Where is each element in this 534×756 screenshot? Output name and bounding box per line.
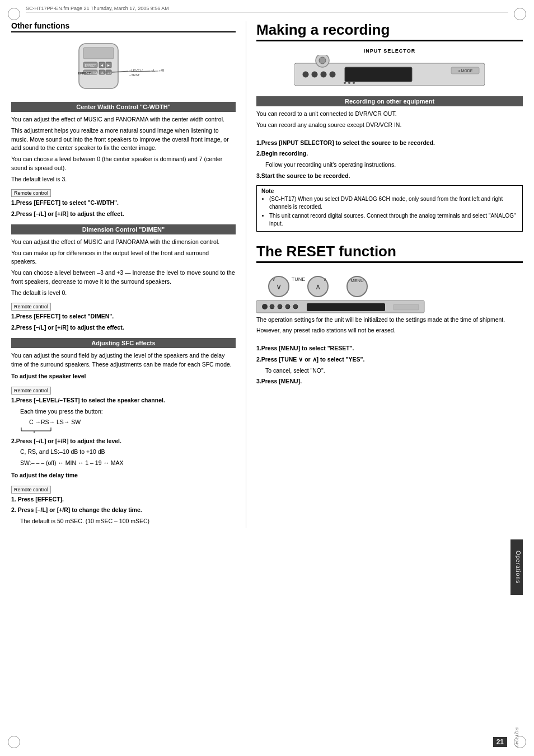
- sfc-sub1-step1: 1.Press [–LEVEL/–TEST] to select the spe…: [11, 396, 236, 405]
- reset-step2-detail: To cancel, select "NO".: [265, 367, 523, 375]
- svg-text:EFFECT: EFFECT: [85, 64, 95, 67]
- note-item-2: This unit cannot record digital sources.…: [269, 212, 518, 228]
- sfc-sub1-step5: SW:– – – (off) ↔ MIN ↔ 1 – 19 ↔ MAX: [20, 459, 236, 468]
- svg-text:∧: ∧: [315, 282, 321, 291]
- dimen-step2: 2.Press [–/L] or [+/R] to adjust the eff…: [11, 323, 236, 332]
- svg-text:–TEST: –TEST: [129, 73, 140, 77]
- dimen-p2: You can make up for differences in the o…: [11, 249, 236, 267]
- tune-menu-svg: ∨ TUNE ∧ ∨ ∧ MENU: [256, 270, 441, 314]
- svg-point-50: [270, 304, 274, 309]
- svg-text:MENU: MENU: [350, 278, 364, 283]
- sfc-sub2-step3: The default is 50 mSEC. (10 mSEC – 100 m…: [20, 517, 236, 526]
- dimen-step1: 1.Press [EFFECT] to select "DIMEN".: [11, 312, 236, 321]
- chain-label: C →RS→ LS→ SW: [29, 419, 81, 425]
- note-list: (SC-HT17) When you select DVD ANALOG 6CH…: [269, 195, 518, 228]
- dimen-header: Dimension Control "DIMEN": [11, 224, 236, 234]
- svg-text:►: ►: [106, 63, 110, 67]
- left-section-title: Other functions: [11, 21, 236, 32]
- svg-rect-1: [83, 48, 114, 59]
- svg-point-52: [285, 304, 290, 309]
- corner-bl: [8, 736, 20, 748]
- corner-tr: [514, 8, 526, 20]
- note-box: Note (SC-HT17) When you select DVD ANALO…: [256, 185, 523, 232]
- sfc-sub1-step4: C, RS, and LS:–10 dB to +10 dB: [20, 448, 236, 457]
- reset-p2: However, any preset radio stations will …: [256, 326, 523, 335]
- reset-title: The RESET function: [256, 243, 523, 263]
- sfc-sub1-title: To adjust the speaker level: [11, 372, 236, 381]
- svg-point-35: [348, 82, 350, 84]
- remote-image-area: EFFECT ◄ ► –LEVEL/–TEST –/L +/R EFFECT –…: [11, 38, 236, 94]
- svg-point-51: [278, 304, 282, 309]
- input-selector-area: INPUT SELECTOR u: [256, 48, 523, 90]
- rec-step3: 3.Start the source to be recorded.: [256, 172, 523, 181]
- svg-text:◄: ◄: [100, 63, 104, 67]
- svg-point-28: [319, 57, 326, 64]
- operations-tab: Operations: [510, 539, 523, 595]
- svg-text:–/L: –/L: [151, 69, 156, 72]
- svg-text:+/R: +/R: [106, 71, 111, 74]
- svg-point-53: [293, 304, 298, 309]
- rec-step1: 1.Press [INPUT SELECTOR] to select the s…: [256, 139, 523, 148]
- note-title: Note: [261, 188, 518, 194]
- sfc-sub1-step3: 2.Press [–/L] or [+/R] to adjust the lev…: [11, 437, 236, 446]
- svg-text:–/L: –/L: [100, 71, 104, 74]
- svg-text:u MODE: u MODE: [458, 69, 473, 73]
- page-number: 21: [493, 737, 507, 747]
- reset-step3: 3.Press [MENU].: [256, 377, 523, 386]
- recording-header: Recording on other equipment: [256, 96, 523, 106]
- svg-text:+/R: +/R: [159, 69, 165, 72]
- rec-step2-detail: Follow your recording unit's operating i…: [265, 161, 523, 170]
- svg-point-34: [344, 82, 346, 84]
- cwdth-step2: 2.Press [–/L] or [+/R] to adjust the eff…: [11, 210, 236, 219]
- note-item-1: (SC-HT17) When you select DVD ANALOG 6CH…: [269, 195, 518, 211]
- main-layout: Other functions EFFECT ◄ ► –LEVEL/–TEST: [11, 21, 523, 528]
- svg-point-30: [312, 72, 317, 77]
- filepath-text: SC-HT17PP-EN.fm Page 21 Thursday, March …: [26, 6, 169, 11]
- reset-p1: The operation settings for the unit will…: [256, 316, 523, 325]
- dimen-p3: You can choose a level between –3 and +3…: [11, 269, 236, 287]
- cwdth-step1: 1.Press [EFFECT] to select "C-WDTH".: [11, 199, 236, 208]
- input-selector-label: INPUT SELECTOR: [256, 48, 523, 54]
- rec-p2: You can record any analog source except …: [256, 121, 523, 130]
- svg-rect-54: [307, 303, 385, 311]
- making-recording-title: Making a recording: [256, 21, 523, 41]
- chain-bracket: [20, 426, 87, 434]
- reset-step1: 1.Press [MENU] to select "RESET".: [256, 344, 523, 353]
- svg-point-32: [330, 72, 335, 77]
- left-column: Other functions EFFECT ◄ ► –LEVEL/–TEST: [11, 21, 246, 528]
- dimen-remote-label: Remote control: [11, 303, 51, 311]
- svg-point-29: [303, 72, 308, 77]
- svg-text:TUNE: TUNE: [292, 276, 306, 282]
- reset-section: The RESET function ∨ TUNE ∧ ∨ ∧: [256, 243, 523, 387]
- sfc-sub1-remote: Remote control: [11, 387, 51, 395]
- operations-label: Operations: [515, 551, 521, 584]
- svg-point-49: [262, 304, 268, 309]
- svg-text:∧: ∧: [324, 277, 327, 282]
- svg-point-36: [353, 82, 355, 84]
- svg-text:EFFECT: EFFECT: [78, 72, 91, 75]
- sfc-sub2-step1: 1. Press [EFFECT].: [11, 495, 236, 504]
- cwdth-p2: This adjustment helps you realize a more…: [11, 126, 236, 153]
- sfc-intro: You can adjust the sound field by adjust…: [11, 351, 236, 369]
- svg-rect-55: [394, 304, 419, 310]
- cwdth-p1: You can adjust the effect of MUSIC and P…: [11, 115, 236, 124]
- remote-svg: EFFECT ◄ ► –LEVEL/–TEST –/L +/R EFFECT –…: [68, 41, 180, 91]
- chain-text: C →RS→ LS→ SW: [29, 419, 236, 425]
- svg-text:∨: ∨: [272, 277, 275, 282]
- sfc-sub1-step2: Each time you press the button:: [20, 407, 236, 416]
- svg-point-31: [321, 72, 326, 77]
- corner-tl: [8, 8, 20, 20]
- sfc-sub2-step2: 2. Press [–/L] or [+/R] to change the de…: [11, 506, 236, 515]
- rec-step2: 2.Begin recording.: [256, 149, 523, 158]
- center-width-header: Center Width Control "C-WDTH": [11, 102, 236, 112]
- right-column: Making a recording INPUT SELECTOR: [246, 21, 523, 528]
- rec-p1: You can record to a unit connected to DV…: [256, 110, 523, 119]
- reset-step2: 2.Press [TUNE ∨ or ∧] to select "YES".: [256, 355, 523, 364]
- dimen-p4: The default is level 0.: [11, 289, 236, 298]
- sfc-sub2-remote: Remote control: [11, 486, 51, 494]
- filepath-bar: SC-HT17PP-EN.fm Page 21 Thursday, March …: [26, 6, 508, 13]
- doc-id: RQT7949: [514, 727, 519, 747]
- cwdth-p4: The default level is 3.: [11, 175, 236, 184]
- cwdth-remote-label: Remote control: [11, 189, 51, 197]
- svg-rect-33: [345, 67, 412, 82]
